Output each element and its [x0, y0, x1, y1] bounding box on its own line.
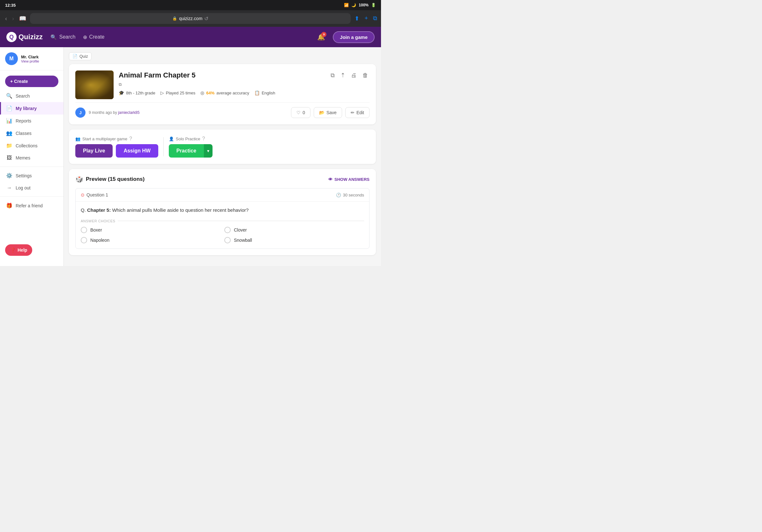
edit-button[interactable]: ✏ Edit: [345, 107, 369, 118]
solo-label: Solo Practice: [176, 137, 200, 141]
sidebar-item-settings[interactable]: ⚙️ Settings: [0, 169, 63, 182]
solo-help-icon[interactable]: ?: [202, 136, 205, 142]
answer-snowball-label: Snowball: [234, 237, 252, 243]
sidebar-item-classes[interactable]: 👥 Classes: [0, 127, 63, 139]
share-icon[interactable]: ⬆: [354, 15, 359, 22]
sidebar-item-library-label: My library: [16, 106, 37, 111]
preview-title: 🎲 Preview (15 questions): [75, 175, 145, 183]
search-label: Search: [59, 34, 76, 40]
add-tab-icon[interactable]: +: [364, 15, 368, 22]
back-button[interactable]: ‹: [4, 14, 8, 23]
sidebar-item-classes-label: Classes: [16, 131, 32, 136]
quiz-accuracy-value: 64%: [206, 91, 214, 96]
classes-nav-icon: 👥: [6, 130, 12, 136]
author-name[interactable]: jamieclark85: [118, 110, 139, 115]
quiz-doc-icon: 📄: [72, 54, 78, 59]
moon-icon: 🌙: [351, 3, 356, 7]
content-area: 📄 Quiz Animal Farm Chapter 5 ⧉ ⇡: [64, 47, 381, 266]
view-profile-link[interactable]: View profile: [21, 59, 39, 63]
logo: Q Quizizz: [6, 32, 43, 42]
help-button[interactable]: ❓ Help: [5, 244, 32, 256]
question-icon: ⊙: [81, 192, 85, 197]
like-button[interactable]: ♡ 0: [291, 107, 311, 118]
sidebar-create-button[interactable]: + Create: [5, 76, 58, 87]
notification-button[interactable]: 🔔 9: [317, 33, 325, 41]
preview-section: 🎲 Preview (15 questions) 👁 SHOW ANSWERS …: [69, 169, 376, 255]
show-answers-button[interactable]: 👁 SHOW ANSWERS: [328, 177, 369, 182]
language-icon: 📋: [254, 90, 260, 96]
sidebar-item-logout[interactable]: → Log out: [0, 182, 63, 194]
sidebar-item-collections[interactable]: 📁 Collections: [0, 139, 63, 152]
bookmarks-icon[interactable]: 📖: [19, 15, 26, 22]
refresh-button[interactable]: ↺: [204, 16, 208, 22]
assign-hw-button[interactable]: Assign HW: [116, 144, 158, 158]
sidebar-item-refer[interactable]: 🎁 Refer a friend: [0, 199, 63, 212]
accuracy-icon: ◎: [200, 90, 204, 96]
quiz-played-label: Played 25 times: [166, 91, 195, 96]
sidebar: M Mr. Clark View profile + Create 🔍 Sear…: [0, 47, 64, 266]
author-avatar: J: [75, 107, 86, 118]
sidebar-item-my-library[interactable]: 📄 My library: [0, 102, 63, 114]
question-text: Q. Chapter 5: Which animal pulls Mollie …: [81, 207, 364, 214]
share-quiz-button[interactable]: ⇡: [339, 71, 346, 80]
help-label: Help: [18, 247, 27, 253]
radio-clover[interactable]: [224, 227, 231, 233]
forward-button[interactable]: ›: [11, 14, 15, 23]
sidebar-item-memes-label: Memes: [16, 155, 30, 161]
practice-button[interactable]: Practice: [169, 144, 204, 158]
sidebar-item-reports[interactable]: 📊 Reports: [0, 114, 63, 127]
quiz-footer: J 9 months ago by jamieclark85 ♡ 0 📂 Sav…: [75, 102, 369, 118]
app-header: Q Quizizz 🔍 Search ⊕ Create 🔔 9 Join a g…: [0, 27, 381, 47]
radio-snowball[interactable]: [224, 237, 231, 243]
answer-clover-label: Clover: [234, 228, 247, 233]
multiplayer-group: 👥 Start a multiplayer game ? Play Live A…: [75, 136, 158, 158]
header-search[interactable]: 🔍 Search: [50, 34, 76, 40]
play-live-button[interactable]: Play Live: [75, 144, 113, 158]
preview-title-text: Preview (15 questions): [86, 176, 145, 182]
sidebar-nav: 🔍 Search 📄 My library 📊 Reports 👥 Classe…: [0, 90, 63, 242]
battery-label: 100%: [359, 3, 369, 7]
join-game-button[interactable]: Join a game: [333, 31, 375, 43]
play-section: 👥 Start a multiplayer game ? Play Live A…: [69, 129, 376, 164]
browser-bar: ‹ › 📖 🔒 quizizz.com ↺ ⬆ + ⧉: [0, 10, 381, 27]
tabs-icon[interactable]: ⧉: [373, 15, 377, 22]
quiz-thumbnail: [75, 71, 114, 99]
address-bar[interactable]: 🔒 quizizz.com ↺: [30, 13, 351, 24]
timer-label: 30 seconds: [343, 193, 364, 197]
sidebar-item-memes[interactable]: 🖼 Memes: [0, 152, 63, 164]
timer-icon: 🕐: [336, 193, 341, 197]
answer-choices-text: answer choices: [81, 219, 115, 223]
battery-icon: 🔋: [371, 3, 376, 7]
copy-quiz-button[interactable]: ⧉: [329, 71, 336, 80]
refer-nav-icon: 🎁: [6, 203, 12, 209]
radio-napoleon[interactable]: [81, 237, 87, 243]
header-create[interactable]: ⊕ Create: [83, 34, 104, 40]
multiplayer-help-icon[interactable]: ?: [129, 136, 132, 142]
sidebar-divider-2: [0, 196, 63, 197]
preview-header: 🎲 Preview (15 questions) 👁 SHOW ANSWERS: [75, 175, 369, 183]
sidebar-item-collections-label: Collections: [16, 143, 37, 148]
quiz-played: ▷ Played 25 times: [161, 90, 195, 96]
wifi-icon: 📶: [344, 3, 349, 7]
multiplayer-label: Start a multiplayer game: [82, 137, 127, 141]
sidebar-item-search[interactable]: 🔍 Search: [0, 90, 63, 102]
status-bar: 12:35 📶 🌙 100% 🔋: [0, 0, 381, 10]
question-num-label: Question 1: [87, 192, 108, 197]
library-nav-icon: 📄: [6, 105, 12, 111]
quiz-language-label: English: [262, 91, 275, 96]
quiz-tag-row: ⧉: [119, 82, 369, 87]
delete-quiz-button[interactable]: 🗑: [361, 71, 369, 80]
sidebar-divider: [0, 166, 63, 167]
played-icon: ▷: [161, 90, 164, 96]
answer-option-snowball: Snowball: [224, 237, 364, 243]
answer-option-clover: Clover: [224, 227, 364, 233]
quiz-accuracy-label: average accuracy: [216, 91, 249, 96]
quiz-footer-actions: ♡ 0 📂 Save ✏ Edit: [291, 107, 369, 118]
logo-q: Q: [9, 34, 14, 40]
print-quiz-button[interactable]: 🖨: [350, 71, 358, 80]
logo-text: Quizizz: [19, 33, 43, 41]
radio-boxer[interactable]: [81, 227, 87, 233]
practice-dropdown-button[interactable]: ▾: [204, 144, 212, 158]
memes-nav-icon: 🖼: [6, 155, 12, 161]
save-button[interactable]: 📂 Save: [314, 107, 342, 118]
